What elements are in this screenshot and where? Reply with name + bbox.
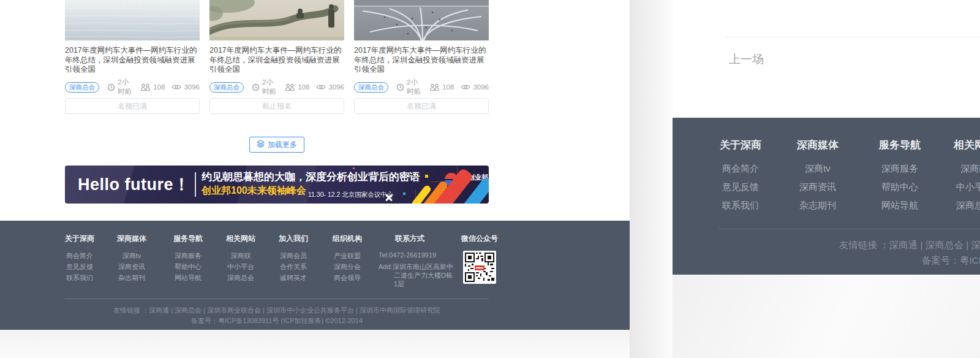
- footer-divider: [719, 229, 980, 229]
- register-status-button[interactable]: 名额已满: [354, 98, 489, 114]
- footer-column-about: 关于深商 商会简介 意见反馈 联系我们: [65, 234, 94, 284]
- footer-link[interactable]: 网站导航: [173, 273, 203, 284]
- people-icon: [141, 83, 151, 91]
- footer-link[interactable]: 帮助中心: [878, 181, 921, 200]
- footer-column-org: 组织机构 产业联盟 深商分会 商会领导: [333, 234, 362, 284]
- event-card[interactable]: 2017年度网约车大事件—网约车行业的年终总结，深圳金融投资领域融资进展引领全国…: [354, 0, 489, 114]
- friend-links[interactable]: 友情链接 ：深商通 | 深商总会 | 深圳市商业联合会 | 深圳市中小企业公共服…: [65, 306, 489, 315]
- load-more-button[interactable]: 加载更多: [249, 137, 304, 153]
- ad-banner[interactable]: Hello future！ 约见朝思暮想的大咖，深度分析创业背后的密语 创业邦1…: [65, 166, 489, 204]
- event-meta: 深商总会 2小时前 108 3096: [354, 82, 489, 93]
- event-title[interactable]: 2017年度网约车大事件—网约车行业的年终总结，深圳金融投资领域融资进展引领全国: [354, 46, 489, 75]
- org-badge[interactable]: 深商总会: [354, 82, 388, 93]
- event-members: 108: [298, 83, 309, 91]
- footer-link[interactable]: 中小平台: [226, 262, 255, 273]
- footer-column-title: 联系方式: [395, 234, 464, 242]
- deco-dot: [353, 167, 355, 169]
- footer-link[interactable]: 诚聘英才: [279, 273, 308, 284]
- icp-line: 备案号：粤ICP备13083911号 (ICP加挂服务) ©2012-2014: [65, 316, 489, 326]
- footer-link[interactable]: 深商分会: [333, 262, 362, 273]
- right-page: 上一场 关于深商 商会简介 意见反馈 联系我们 深商媒体 深商tv 深商资讯 杂…: [673, 0, 980, 358]
- event-time: 2小时前: [118, 78, 132, 96]
- event-thumbnail-tree[interactable]: [209, 0, 344, 40]
- load-more-label: 加载更多: [268, 140, 297, 150]
- footer-column-related: 相关网站 深商联 中小平台 深商总会: [953, 138, 980, 218]
- decor-x-icon: [384, 192, 394, 202]
- event-title[interactable]: 2017年度网约车大事件—网约车行业的年终总结，深圳金融投资领域融资进展引领全国: [65, 46, 200, 75]
- event-card-list: 2017年度网约车大事件—网约车行业的年终总结，深圳金融投资领域融资进展引领全国…: [65, 0, 489, 114]
- event-members: 108: [442, 83, 454, 91]
- footer-link[interactable]: 深商tv: [796, 163, 839, 181]
- footer-column-title: 微信公众号: [461, 234, 498, 242]
- footer-link[interactable]: 联系我们: [719, 200, 762, 218]
- footer-column-title: 组织机构: [333, 234, 362, 242]
- footer-column-services: 服务导航 深商服务 帮助中心 网站导航: [878, 138, 921, 218]
- footer-link[interactable]: 深商总会: [226, 273, 255, 284]
- people-icon: [285, 83, 295, 91]
- footer-column-services: 服务导航 深商服务 帮助中心 网站导航: [173, 234, 203, 284]
- footer-divider: [65, 299, 489, 299]
- event-card[interactable]: 2017年度网约车大事件—网约车行业的年终总结，深圳金融投资领域融资进展引领全国…: [65, 0, 200, 114]
- footer-column-title: 服务导航: [878, 138, 921, 149]
- register-status-button[interactable]: 名额已满: [65, 98, 200, 114]
- banner-event-name: 创业邦100未来领袖峰会: [202, 185, 306, 197]
- footer-link[interactable]: 深商联: [226, 251, 255, 262]
- footer-link[interactable]: 深商服务: [878, 163, 921, 181]
- footer-link[interactable]: 联系我们: [65, 273, 94, 284]
- footer-column-title: 关于深商: [719, 138, 762, 149]
- event-thumbnail-sea[interactable]: [65, 0, 200, 40]
- register-status-button[interactable]: 截止报名: [209, 98, 344, 114]
- section-divider: [725, 37, 980, 37]
- event-time: 2小时前: [262, 78, 276, 96]
- footer-link[interactable]: 深商资讯: [796, 181, 839, 200]
- footer-link[interactable]: 中小平台: [953, 181, 980, 200]
- footer-column-media: 深商媒体 深商tv 深商资讯 杂志期刊: [117, 234, 146, 284]
- footer-link[interactable]: 合作关系: [279, 262, 308, 273]
- footer-column-about: 关于深商 商会简介 意见反馈 联系我们: [719, 138, 762, 218]
- footer-link[interactable]: 帮助中心: [173, 262, 203, 273]
- banner-tagline: 约见朝思暮想的大咖，深度分析创业背后的密语: [202, 170, 420, 184]
- event-title[interactable]: 2017年度网约车大事件—网约车行业的年终总结，深圳金融投资领域融资进展引领全国: [209, 46, 344, 75]
- friend-links[interactable]: 友情链接 ：深商通 | 深商总会 | 深圳市商业联合会 | 深圳市中小企业公共服…: [839, 239, 980, 252]
- banner-divider: [195, 172, 196, 197]
- footer-column-title: 服务导航: [173, 234, 203, 242]
- screenshot-stage: 2017年度网约车大事件—网约车行业的年终总结，深圳金融投资领域融资进展引领全国…: [0, 0, 980, 358]
- footer-column-title: 加入我们: [279, 234, 308, 242]
- event-thumbnail-plaza[interactable]: [354, 0, 489, 40]
- footer-link[interactable]: 深商总会: [953, 200, 980, 218]
- footer-link[interactable]: 杂志期刊: [796, 200, 839, 218]
- footer-column-related: 相关网站 深商联 中小平台 深商总会: [226, 234, 255, 284]
- contact-tel: Tel:0472-26619919: [379, 251, 464, 262]
- footer-link[interactable]: 商会简介: [719, 163, 762, 181]
- site-footer-zoomed: 关于深商 商会简介 意见反馈 联系我们 深商媒体 深商tv 深商资讯 杂志期刊 …: [673, 118, 980, 275]
- footer-link[interactable]: 商会简介: [65, 251, 94, 262]
- footer-link[interactable]: 深商tv: [117, 251, 146, 262]
- footer-column-media: 深商媒体 深商tv 深商资讯 杂志期刊: [796, 138, 839, 218]
- footer-link[interactable]: 杂志期刊: [117, 273, 146, 284]
- footer-link[interactable]: 产业联盟: [333, 251, 362, 262]
- prev-session-label[interactable]: 上一场: [729, 51, 764, 67]
- footer-link[interactable]: 深商资讯: [117, 262, 146, 273]
- eye-icon: [461, 83, 470, 91]
- footer-column-title: 相关网站: [953, 138, 980, 149]
- event-card[interactable]: 2017年度网约车大事件—网约车行业的年终总结，深圳金融投资领域融资进展引领全国…: [209, 0, 344, 114]
- footer-link[interactable]: 商会领导: [333, 273, 362, 284]
- footer-link[interactable]: 意见反馈: [719, 181, 762, 200]
- footer-link[interactable]: 深商会员: [279, 251, 308, 262]
- footer-column-contact: 联系方式 Tel:0472-26619919 Add:深圳市南山区高新中二道生产…: [379, 234, 464, 288]
- footer-link[interactable]: 网站导航: [878, 200, 921, 218]
- banner-schedule: 11.30- 12.2 北京国家会议中心: [308, 191, 393, 199]
- people-icon: [430, 83, 440, 91]
- footer-column-wechat: 微信公众号: [461, 234, 498, 284]
- footer-link[interactable]: 深商联: [953, 163, 980, 181]
- event-meta: 深商总会 2小时前 108 3096: [209, 82, 344, 93]
- banner-stripes: [412, 166, 489, 204]
- footer-link[interactable]: 深商服务: [173, 251, 203, 262]
- org-badge[interactable]: 深商总会: [65, 82, 99, 93]
- footer-link[interactable]: 意见反馈: [65, 262, 94, 273]
- event-views: 3096: [184, 83, 200, 91]
- contact-address: Add:深圳市南山区高新中二道生产力大楼D栋1层: [379, 262, 454, 288]
- org-badge[interactable]: 深商总会: [209, 82, 244, 93]
- event-views: 3096: [328, 83, 344, 91]
- event-members: 108: [153, 83, 165, 91]
